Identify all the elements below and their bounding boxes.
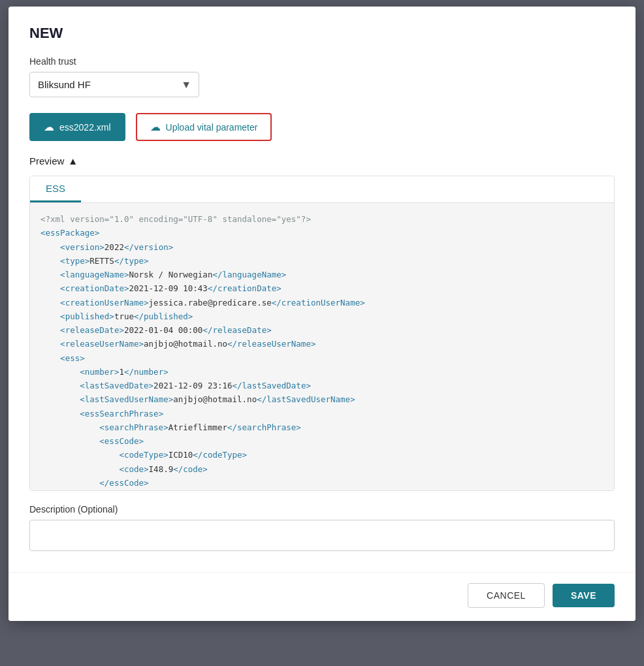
modal-overlay: NEW Health trust Bliksund HF Other HF ▼ … — [0, 0, 644, 666]
tab-ess[interactable]: ESS — [30, 176, 81, 202]
xml-line-18: <code>I48.9</code> — [40, 464, 208, 474]
chevron-up-icon: ▲ — [68, 155, 78, 166]
ess-file-button[interactable]: ☁ ess2022.xml — [29, 113, 125, 141]
xml-line-4: <languageName>Norsk / Norwegian</languag… — [40, 270, 286, 279]
preview-label: Preview — [29, 155, 64, 166]
xml-line-11: <number>1</number> — [40, 367, 169, 377]
tabs-bar: ESS — [30, 176, 614, 203]
xml-line-8: <releaseDate>2022-01-04 00:00</releaseDa… — [40, 325, 272, 335]
modal-footer: CANCEL SAVE — [8, 572, 636, 621]
xml-line-15: <searchPhrase>Atrieflimmer</searchPhrase… — [40, 422, 301, 432]
preview-section: ESS <?xml version="1.0" encoding="UTF-8"… — [29, 176, 615, 491]
xml-line-17: <codeType>ICD10</codeType> — [40, 450, 247, 460]
description-input[interactable] — [29, 520, 615, 551]
modal-title: NEW — [29, 25, 615, 42]
xml-line-19: </essCode> — [40, 478, 149, 488]
preview-toggle[interactable]: Preview ▲ — [29, 155, 615, 166]
xml-pi-line: <?xml version="1.0" encoding="UTF-8" sta… — [40, 214, 311, 224]
health-trust-select-wrapper: Bliksund HF Other HF ▼ — [29, 72, 199, 97]
xml-line-14: <essSearchPhrase> — [40, 409, 163, 419]
xml-line-1: <essPackage> — [40, 228, 99, 238]
xml-line-9: <releaseUserName>anjbjo@hotmail.no</rele… — [40, 339, 315, 349]
xml-line-12: <lastSavedDate>2021-12-09 23:16</lastSav… — [40, 381, 311, 390]
save-button[interactable]: SAVE — [553, 584, 615, 607]
upload-vital-parameter-button[interactable]: ☁ Upload vital parameter — [136, 113, 272, 141]
xml-line-3: <type>RETTS</type> — [40, 256, 149, 266]
description-label: Description (Optional) — [29, 504, 615, 515]
upload-vital-label: Upload vital parameter — [166, 122, 258, 133]
modal-body: NEW Health trust Bliksund HF Other HF ▼ … — [8, 7, 636, 572]
ess-file-label: ess2022.xml — [59, 122, 111, 133]
upload-buttons-group: ☁ ess2022.xml ☁ Upload vital parameter — [29, 113, 615, 141]
xml-line-2: <version>2022</version> — [40, 242, 173, 252]
description-section: Description (Optional) — [29, 504, 615, 551]
xml-line-10: <ess> — [40, 353, 85, 363]
upload-cloud-icon: ☁ — [44, 121, 54, 133]
upload-vital-cloud-icon: ☁ — [150, 121, 161, 133]
xml-line-7: <published>true</published> — [40, 311, 193, 321]
xml-line-6: <creationUserName>jessica.rabe@predicare… — [40, 298, 365, 308]
modal-dialog: NEW Health trust Bliksund HF Other HF ▼ … — [8, 7, 636, 621]
xml-preview-content[interactable]: <?xml version="1.0" encoding="UTF-8" sta… — [30, 203, 614, 490]
cancel-button[interactable]: CANCEL — [468, 583, 545, 608]
health-trust-select[interactable]: Bliksund HF Other HF — [29, 72, 199, 97]
xml-line-16: <essCode> — [40, 436, 144, 446]
xml-line-5: <creationDate>2021-12-09 10:43</creation… — [40, 283, 282, 293]
xml-line-13: <lastSavedUserName>anjbjo@hotmail.no</la… — [40, 394, 355, 404]
health-trust-label: Health trust — [29, 56, 615, 67]
